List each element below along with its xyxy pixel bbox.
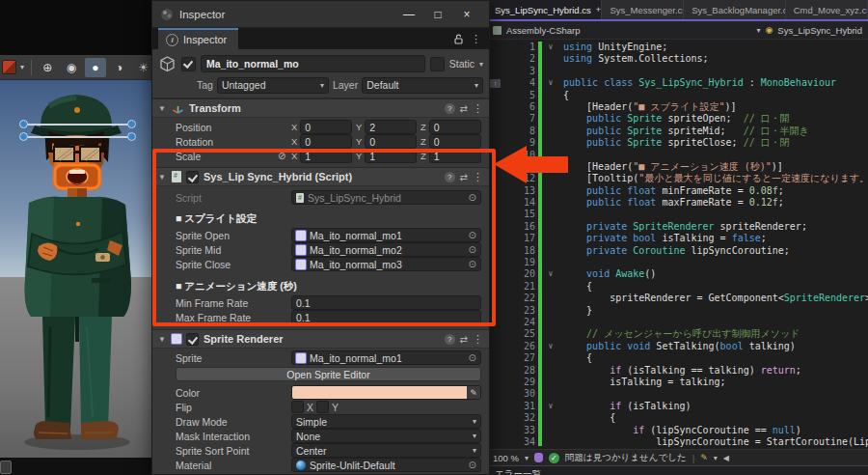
gameobject-name-field[interactable]: Ma_ito_normal_mo — [201, 55, 425, 72]
grid-tool-icon[interactable] — [2, 60, 16, 74]
foldout-icon[interactable]: ▼ — [158, 104, 167, 113]
selection-edge-bottom[interactable] — [23, 136, 132, 138]
tab-label: Cmd_Move_xyz.cs — [794, 5, 868, 15]
error-list-panel[interactable]: エラー一覧 — [487, 465, 868, 475]
pin-icon[interactable]: + — [596, 5, 601, 14]
lock-icon[interactable] — [454, 34, 463, 44]
selection-handle-top-right[interactable] — [127, 120, 136, 128]
scene-toolbar: ▾ ⊕ ◉ ● ◑ ☀ — [0, 55, 154, 80]
foldout-icon[interactable]: ▼ — [158, 335, 167, 344]
code-cleanup-icon[interactable]: ✎ — [700, 453, 708, 462]
inspector-titlebar[interactable]: Inspector — □ × — [152, 1, 489, 28]
breadcrumb-class[interactable]: Sys_LipSync_Hybrid — [777, 25, 862, 36]
active-checkbox[interactable] — [181, 57, 196, 71]
selection-handle-bottom-left[interactable] — [19, 132, 28, 141]
kebab-menu-icon[interactable]: ⋮ — [473, 333, 483, 346]
transform-header[interactable]: ▼ Transform ? ⇄ ⋮ — [152, 98, 489, 118]
sprite-renderer-header[interactable]: ▼ Sprite Renderer ? ⇄ ⋮ — [152, 329, 489, 349]
open-sprite-editor-button[interactable]: Open Sprite Editor — [176, 367, 481, 381]
rotation-y-field[interactable]: 0 — [365, 134, 417, 149]
scale-x-field[interactable]: 1 — [300, 149, 352, 163]
lipsync-script-header[interactable]: ▼ Sys_Lip Sync_Hybrid (Script) ? ⇄ ⋮ — [152, 167, 489, 186]
sprite-close-field[interactable]: Ma_ito_normal_mo3 ⊙ — [291, 257, 481, 271]
color-swatch[interactable]: ✎ — [291, 385, 481, 400]
selection-handle-bottom-right[interactable] — [127, 132, 136, 141]
sprite-field[interactable]: Ma_ito_normal_mo1 ⊙ — [291, 350, 481, 365]
mouth-shape-dot-button[interactable]: ◉ — [61, 58, 83, 77]
chevron-down-icon[interactable]: ▾ — [756, 26, 760, 35]
breadcrumb-project[interactable]: Assembly-CSharp — [506, 25, 581, 36]
help-icon[interactable]: ? — [445, 334, 455, 345]
editor-tab[interactable]: Sys_Messenger.cs — [602, 0, 684, 19]
mask-interaction-dropdown[interactable]: None ▾ — [291, 429, 481, 443]
selection-edge-top[interactable] — [23, 124, 132, 126]
object-picker-icon[interactable]: ⊙ — [469, 230, 476, 240]
chevron-down-icon[interactable]: ▾ — [525, 454, 529, 462]
sprite-sort-point-dropdown[interactable]: Center ▾ — [291, 443, 481, 458]
kebab-menu-icon[interactable]: ⋮ — [471, 33, 481, 45]
max-frame-rate-field[interactable]: 0.1 — [291, 310, 481, 324]
script-row: Script Sys_LipSync_Hybrid ⊙ — [152, 190, 489, 205]
flip-y-checkbox[interactable] — [316, 401, 329, 413]
draw-mode-dropdown[interactable]: Simple ▾ — [291, 414, 481, 429]
tab-inspector[interactable]: i Inspector — [158, 28, 238, 49]
chevron-down-icon[interactable]: ▾ — [20, 63, 24, 71]
code-area[interactable]: ↑ 1∨using UnityEngine;2using System.Coll… — [487, 40, 868, 449]
collapse-left-icon[interactable]: ◀ — [723, 454, 729, 462]
object-picker-icon[interactable]: ⊙ — [469, 259, 476, 269]
live-share-icon[interactable] — [534, 453, 543, 462]
maximize-button[interactable]: □ — [423, 1, 452, 27]
reference-icon[interactable]: ↑ — [490, 79, 501, 88]
position-y-field[interactable]: 2 — [365, 120, 417, 134]
component-enabled-checkbox[interactable] — [186, 333, 199, 346]
object-picker-icon[interactable]: ⊙ — [469, 460, 476, 470]
script-object-field[interactable]: Sys_LipSync_Hybrid ⊙ — [291, 190, 481, 205]
unity-scene-view[interactable]: ▾ ⊕ ◉ ● ◑ ☀ — [0, 0, 154, 475]
kebab-menu-icon[interactable]: ⋮ — [473, 102, 483, 115]
sprite-mid-field[interactable]: Ma_ito_normal_mo2 ⊙ — [291, 242, 481, 257]
flip-x-checkbox[interactable] — [291, 401, 304, 413]
object-picker-icon[interactable]: ⊙ — [469, 352, 476, 363]
min-frame-rate-field[interactable]: 0.1 — [291, 295, 481, 310]
help-icon[interactable]: ? — [445, 172, 455, 182]
mouth-shape-full-button[interactable]: ● — [85, 58, 107, 77]
position-x-field[interactable]: 0 — [300, 120, 352, 134]
code-line: 15 — [487, 209, 868, 220]
editor-tab[interactable]: Sys_LipSync_Hybrid.cs+× — [487, 0, 602, 19]
rotation-z-field[interactable]: 0 — [429, 134, 481, 149]
material-field[interactable]: Sprite-Unlit-Default ⊙ — [291, 458, 481, 472]
presets-icon[interactable]: ⇄ — [460, 334, 468, 345]
chevron-down-icon[interactable]: ▾ — [714, 454, 718, 462]
zoom-level[interactable]: 100 % — [493, 453, 519, 463]
eyedropper-icon[interactable]: ✎ — [467, 386, 480, 399]
editor-tab[interactable]: Sys_BacklogManager.cs — [684, 0, 786, 19]
selection-handle-top-left[interactable] — [19, 120, 28, 128]
code-editor-window: Sys_LipSync_Hybrid.cs+×Sys_Messenger.csS… — [487, 0, 868, 475]
link-scale-icon[interactable]: ⊘ — [278, 151, 287, 161]
close-button[interactable]: × — [452, 1, 481, 27]
object-picker-icon[interactable]: ⊙ — [469, 244, 476, 255]
editor-tab[interactable]: Cmd_Move_xyz.cs — [786, 0, 868, 19]
minimize-button[interactable]: — — [394, 1, 423, 27]
sprite-open-field[interactable]: Ma_ito_normal_mo1 ⊙ — [291, 228, 481, 242]
component-enabled-checkbox[interactable] — [186, 171, 199, 183]
kebab-menu-icon[interactable]: ⋮ — [473, 171, 483, 183]
presets-icon[interactable]: ⇄ — [460, 172, 468, 182]
layer-dropdown[interactable]: Default ▾ — [362, 77, 483, 94]
presets-icon[interactable]: ⇄ — [460, 103, 468, 114]
scene-bottom-icon[interactable] — [0, 461, 12, 474]
foldout-icon[interactable]: ▼ — [158, 173, 167, 182]
mouth-shape-half-button[interactable]: ◑ — [108, 58, 130, 77]
scale-y-field[interactable]: 1 — [365, 149, 417, 163]
position-z-field[interactable]: 0 — [429, 120, 481, 134]
scale-z-field[interactable]: 1 — [429, 149, 481, 163]
mouth-shape-wire-button[interactable]: ⊕ — [37, 58, 59, 77]
cube-icon[interactable] — [158, 55, 176, 73]
chevron-down-icon[interactable]: ▾ — [479, 60, 483, 69]
breadcrumb: Assembly-CSharp ▾ ◉ Sys_LipSync_Hybrid — [487, 21, 868, 40]
object-picker-icon[interactable]: ⊙ — [469, 192, 476, 203]
help-icon[interactable]: ? — [445, 103, 455, 114]
static-checkbox[interactable] — [430, 57, 445, 71]
rotation-x-field[interactable]: 0 — [300, 134, 352, 149]
tag-dropdown[interactable]: Untagged ▾ — [217, 77, 329, 94]
